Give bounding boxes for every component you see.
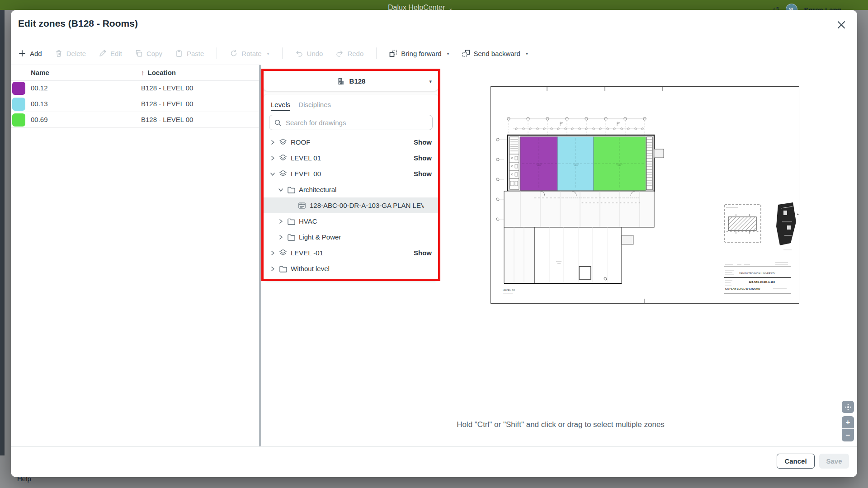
chevron-right-icon[interactable] [278,219,283,224]
tree-item-drawing-128-abc[interactable]: 128-ABC-00-DR-A-103-GA PLAN LEVEL … [264,197,438,213]
toolbar: Add Delete Edit Copy [18,44,528,62]
floor-plan-viewer[interactable]: DANISH TECHNICAL UNIVERSITY 128-ABC-00-D… [491,86,799,304]
zone-color-swatch [12,82,25,95]
tree-item-without-level[interactable]: Without level [264,261,438,277]
plan-doc-number: 128-ABC-00-DR-A-103 [749,281,774,283]
table-row[interactable]: 00.13 B128 - LEVEL 00 [11,96,259,112]
folder-icon [287,186,295,194]
tree-item-level-01[interactable]: LEVEL 01 Show [264,150,438,166]
user-menu-chevron-icon[interactable]: ⌄ [851,7,855,10]
plan-doc-title: GA PLAN LEVEL 00 GROUND [725,287,760,290]
column-header-location[interactable]: ↑Location [141,69,176,76]
sort-up-icon: ↑ [141,69,145,76]
zone-color-swatch [12,98,25,111]
trash-icon [55,49,63,57]
bring-forward-button[interactable]: Bring forward ▾ [389,49,449,57]
chevron-right-icon[interactable] [278,235,283,240]
zoom-in-button[interactable]: + [842,416,854,428]
close-icon[interactable] [835,18,848,32]
app-topbar: Dalux HelpCenter⌄ ↺ SL Søren Lang ⌄ [0,0,868,10]
plan-level-label: LEVEL 00 [503,289,515,291]
folder-icon [279,265,287,273]
redo-icon [335,49,344,57]
search-icon [274,119,282,127]
send-backward-button[interactable]: Send backward ▾ [462,49,528,57]
chevron-right-icon[interactable] [270,250,275,256]
tree-item-architectural[interactable]: Architectural [264,182,438,197]
floor-plan-drawing: DANISH TECHNICAL UNIVERSITY 128-ABC-00-D… [491,86,799,304]
chevron-right-icon[interactable] [270,140,275,145]
zone-color-swatch [12,113,25,127]
search-input[interactable] [286,115,430,130]
user-name[interactable]: Søren Lang [804,6,841,10]
rotate-button[interactable]: Rotate ▾ [230,49,269,57]
redo-button[interactable]: Redo [335,49,363,57]
history-icon[interactable]: ↺ [773,5,779,10]
plus-icon: + [846,418,850,426]
delete-button[interactable]: Delete [55,49,86,57]
chevron-right-icon[interactable] [270,266,275,272]
fit-view-button[interactable] [842,401,854,413]
layers-icon [279,170,287,178]
table-row[interactable]: 00.12 B128 - LEVEL 00 [11,80,259,96]
layers-icon [279,138,287,146]
rotate-icon [230,49,238,57]
center-view-icon [844,404,852,411]
show-link[interactable]: Show [414,138,432,146]
cancel-button[interactable]: Cancel [777,454,815,469]
chevron-down-icon[interactable] [270,171,275,177]
table-row[interactable]: 00.69 B128 - LEVEL 00 [11,112,259,128]
send-backward-icon [462,49,470,57]
building-icon [336,77,345,86]
tab-levels[interactable]: Levels [271,101,290,111]
rotate-dropdown-chevron-icon[interactable]: ▾ [267,51,269,56]
plan-zone-00-69[interactable] [594,137,646,191]
background-sidebar [0,10,5,455]
paste-button[interactable]: Paste [175,49,204,57]
search-box [269,115,433,130]
add-button[interactable]: Add [18,49,42,57]
toolbar-separator [282,47,283,59]
app-title[interactable]: Dalux HelpCenter⌄ [388,4,453,10]
copy-icon [135,49,143,57]
building-selector[interactable]: B128 ▾ [264,71,438,91]
toolbar-separator [376,47,377,59]
chevron-right-icon[interactable] [270,155,275,161]
screen: Dalux HelpCenter⌄ ↺ SL Søren Lang ⌄ Help… [0,0,868,488]
tree-item-level-minus-01[interactable]: LEVEL -01 Show [264,245,438,261]
show-link[interactable]: Show [414,249,432,257]
toolbar-separator [217,47,217,59]
edit-button[interactable]: Edit [99,49,122,57]
folder-icon [287,217,295,225]
zoom-out-button[interactable]: − [842,429,854,441]
clipboard-icon [175,49,183,57]
tab-disciplines[interactable]: Disciplines [298,101,331,111]
chevron-down-icon: ⌄ [448,5,453,10]
send-backward-dropdown-chevron-icon[interactable]: ▾ [526,51,528,56]
table-header: Name ↑Location [11,65,259,80]
avatar[interactable]: SL [786,4,797,10]
chevron-down-icon[interactable] [278,187,283,192]
show-link[interactable]: Show [414,170,432,178]
tree-item-roof[interactable]: ROOF Show [264,134,438,150]
tree-item-light-power[interactable]: Light & Power [264,229,438,245]
bring-forward-icon [389,49,397,57]
copy-button[interactable]: Copy [135,49,162,57]
plan-client: DANISH TECHNICAL UNIVERSITY [739,272,775,275]
tree-item-hvac[interactable]: HVAC [264,213,438,229]
plus-icon [18,49,26,57]
undo-button[interactable]: Undo [295,49,323,57]
page-title: Edit zones (B128 - Rooms) [18,18,138,29]
footer-divider [11,446,857,447]
save-button[interactable]: Save [819,454,849,469]
column-header-name[interactable]: Name [31,69,49,76]
minus-icon: − [846,432,850,439]
bring-forward-dropdown-chevron-icon[interactable]: ▾ [447,51,449,56]
tree-item-level-00[interactable]: LEVEL 00 Show [264,166,438,182]
show-link[interactable]: Show [414,154,432,162]
edit-zones-modal: Edit zones (B128 - Rooms) Add Delete Edi… [11,10,857,477]
layers-icon [279,249,287,257]
panel-divider[interactable] [259,65,261,446]
building-dropdown-chevron-icon[interactable]: ▾ [429,79,432,84]
panel-tabs: Levels Disciplines [264,94,438,111]
